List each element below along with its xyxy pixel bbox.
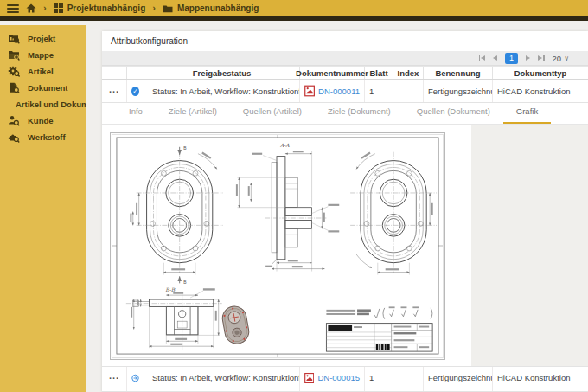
benennung-cell: Fertigungszeichnung xyxy=(424,80,493,102)
sidebar-item-artikel[interactable]: Artikel xyxy=(0,63,86,80)
breadcrumb-separator: › xyxy=(43,3,47,13)
page-size-value: 20 xyxy=(553,54,562,63)
breadcrumb-item-projekt[interactable]: Projektunabhängig xyxy=(54,3,146,13)
page-title: Attributkonfiguration xyxy=(102,31,588,51)
previous-page-button[interactable] xyxy=(493,55,497,61)
person-search-icon xyxy=(8,115,20,126)
attribute-panel: Attributkonfiguration 1 20 ∨ Freigabesta… xyxy=(102,31,588,392)
svg-text:B: B xyxy=(183,146,187,151)
col-dokumentnummer[interactable]: Dokumentnummer xyxy=(300,67,365,79)
breadcrumb-home[interactable] xyxy=(26,3,36,13)
status-text: Status: In Arbeit, Workflow: Konstruktio… xyxy=(152,87,300,96)
table-row: ... ✓ Status: In Arbeit, Workflow: Konst… xyxy=(102,80,588,103)
project-search-icon xyxy=(8,33,20,44)
svg-text:B: B xyxy=(183,280,187,285)
tab-grafik[interactable]: Grafik xyxy=(503,106,551,124)
status-text: Status: In Arbeit, Workflow: Konstruktio… xyxy=(152,373,300,382)
dokumenttyp-cell: HiCAD Konstruktion xyxy=(493,367,588,389)
document-number-link[interactable]: DN-000011 xyxy=(318,87,360,96)
detail-tabbar: Info Ziele (Artikel) Quellen (Artikel) Z… xyxy=(102,103,588,125)
check-circle-icon[interactable]: ✓ xyxy=(131,87,139,96)
tab-info[interactable]: Info xyxy=(116,106,156,124)
pagination-bar: 1 20 ∨ xyxy=(102,51,588,66)
dokumenttyp-cell: HiCAD Konstruktion xyxy=(493,80,588,102)
chevron-down-icon: ∨ xyxy=(564,55,569,62)
hicad-drawing-icon xyxy=(304,85,315,97)
col-index[interactable]: Index xyxy=(393,67,424,79)
col-freigabestatus[interactable]: Freigabestatus xyxy=(144,67,300,79)
right-view-dimensions xyxy=(356,152,433,275)
sidebar-item-label: Dokument xyxy=(28,83,67,93)
document-number-link[interactable]: DN-000015 xyxy=(317,373,360,382)
col-benennung[interactable]: Benennung xyxy=(424,67,493,79)
sidebar-item-label: Werkstoff xyxy=(28,132,66,142)
svg-text:A-A: A-A xyxy=(279,143,290,148)
grafik-preview-area: B B xyxy=(102,125,588,366)
document-search-icon xyxy=(8,82,20,93)
tab-quellen-artikel[interactable]: Quellen (Artikel) xyxy=(230,106,315,124)
grid-icon xyxy=(54,3,63,13)
sidebar-item-kunde[interactable]: Kunde xyxy=(0,112,86,129)
folder-icon xyxy=(163,4,173,13)
title-block xyxy=(326,324,432,351)
current-page-button[interactable]: 1 xyxy=(505,53,518,64)
benennung-cell: Fertigungszeichnung xyxy=(424,367,493,389)
sidebar-item-mappe[interactable]: Mappe xyxy=(0,47,86,63)
top-bar: › Projektunabhängig › Mappenunabhängig xyxy=(0,0,588,21)
breadcrumb-item-mappe[interactable]: Mappenunabhängig xyxy=(163,3,259,13)
surface-finish-symbols xyxy=(374,306,432,318)
home-icon xyxy=(26,3,36,13)
part-3d-thumbnail xyxy=(220,305,251,345)
folder-search-icon xyxy=(8,49,20,61)
next-page-button[interactable] xyxy=(526,55,530,61)
sidebar-item-dokument[interactable]: Dokument xyxy=(0,80,86,96)
arrow-circle-icon[interactable] xyxy=(131,373,139,383)
section-b-view: B-B xyxy=(126,287,222,350)
table-row: ... Status: In Arbeit, Workflow: Konstru… xyxy=(102,366,588,389)
technical-drawing-canvas: B B xyxy=(112,134,444,358)
sidebar: Projekt Mappe Artikel Dokument Artikel u… xyxy=(0,25,86,392)
drawing-notes xyxy=(326,309,370,315)
sidebar-item-label: Projekt xyxy=(28,34,55,43)
blatt-cell: 1 xyxy=(365,367,393,389)
section-a-view: A-A xyxy=(236,143,339,272)
index-cell xyxy=(393,367,424,389)
sidebar-item-label: Artikel xyxy=(28,67,54,76)
technical-drawing-preview: B B xyxy=(110,132,445,360)
col-blatt[interactable]: Blatt xyxy=(365,67,393,79)
tab-ziele-artikel[interactable]: Ziele (Artikel) xyxy=(156,106,230,124)
sidebar-item-werkstoff[interactable]: Werkstoff xyxy=(0,129,86,145)
sidebar-item-label: Mappe xyxy=(28,50,54,60)
breadcrumb-separator: › xyxy=(152,3,156,13)
left-view-dimensions: B B xyxy=(130,146,216,286)
breadcrumb-label: Projektunabhängig xyxy=(67,3,146,13)
tab-quellen-dokument[interactable]: Quellen (Dokument) xyxy=(404,106,503,124)
table-header-row: Freigabestatus Dokumentnummer Blatt Inde… xyxy=(102,66,588,80)
main-area: Attributkonfiguration 1 20 ∨ Freigabesta… xyxy=(86,25,588,392)
background-filler xyxy=(471,125,588,366)
col-select xyxy=(127,67,144,79)
index-cell xyxy=(393,80,424,102)
breadcrumb-label: Mappenunabhängig xyxy=(177,3,259,13)
blatt-cell: 1 xyxy=(365,80,393,102)
sidebar-item-artikel-und-dokument[interactable]: Artikel und Dokument xyxy=(0,96,86,112)
sidebar-item-projekt[interactable]: Projekt xyxy=(0,30,86,47)
hicad-drawing-icon xyxy=(304,372,314,384)
svg-text:B-B: B-B xyxy=(165,287,175,292)
page-size-select[interactable]: 20 ∨ xyxy=(553,54,569,63)
tab-ziele-dokument[interactable]: Ziele (Dokument) xyxy=(315,106,404,124)
puzzle-search-icon xyxy=(8,132,20,143)
first-page-button[interactable] xyxy=(479,55,486,61)
col-dokumenttyp[interactable]: Dokumenttyp xyxy=(493,67,588,79)
sidebar-item-label: Kunde xyxy=(28,116,54,125)
last-page-button[interactable] xyxy=(538,55,545,61)
gear-search-icon xyxy=(8,66,20,77)
hamburger-menu-icon[interactable] xyxy=(7,4,19,13)
col-menu xyxy=(102,67,127,79)
